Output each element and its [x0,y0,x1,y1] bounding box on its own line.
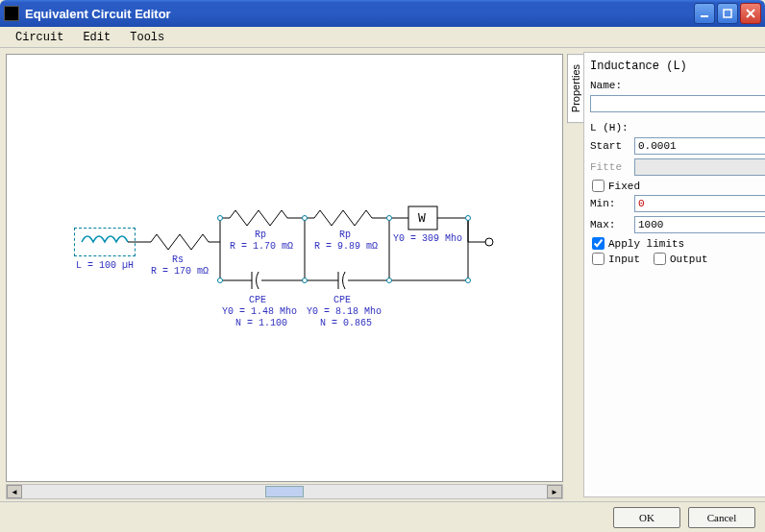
properties-sidebar: Properties Inductance (L) ⊟ Name: L (H):… [567,48,765,501]
fitte-label: Fitte [590,161,630,173]
max-label: Max: [590,219,630,230]
node[interactable] [386,215,392,221]
start-label: Start [590,140,630,152]
menu-tools[interactable]: Tools [120,29,174,46]
output-label: Output [670,254,708,265]
svg-rect-1 [724,10,731,17]
input-checkbox[interactable] [592,253,605,265]
min-label: Min: [590,198,630,209]
max-input[interactable] [634,216,765,233]
node[interactable] [302,278,308,283]
canvas-wrap: L = 100 µH Rs R = 170 mΩ Rp R = 1.70 mΩ … [0,48,567,501]
workarea: L = 100 µH Rs R = 170 mΩ Rp R = 1.70 mΩ … [0,48,765,501]
label-CPE1-n: N = 1.100 [235,318,287,328]
name-label: Name: [590,80,622,91]
name-Rp2: Rp [339,230,351,240]
tab-properties[interactable]: Properties [567,54,583,123]
fixed-label: Fixed [608,181,640,192]
apply-limits-checkbox[interactable] [592,237,605,250]
window-controls [694,3,761,24]
node[interactable] [465,215,471,221]
name-Rs: Rs [172,254,184,265]
svg-point-28 [485,238,493,246]
scroll-right-icon[interactable]: ► [547,485,562,498]
name-W: W [418,211,426,226]
node[interactable] [302,215,308,221]
scroll-thumb[interactable] [265,486,304,497]
node[interactable] [386,278,392,283]
node[interactable] [217,215,223,221]
name-CPE1: CPE [249,295,266,305]
label-W: Y0 = 309 Mho [393,233,462,244]
node[interactable] [217,278,223,283]
menu-edit[interactable]: Edit [73,29,120,46]
maximize-button[interactable] [717,3,738,24]
min-input[interactable] [634,195,765,212]
node[interactable] [465,278,471,283]
cancel-button[interactable]: Cancel [688,507,755,528]
input-label: Input [608,254,640,265]
label-CPE2-n: N = 0.865 [320,318,372,328]
scroll-left-icon[interactable]: ◄ [7,485,22,498]
window-title: Equivalent Circuit Editor [25,7,694,21]
name-CPE2: CPE [333,295,351,305]
ok-button[interactable]: OK [613,507,680,528]
properties-panel: Inductance (L) ⊟ Name: L (H): Start Fitt… [583,52,765,497]
menu-circuit[interactable]: Circuit [6,29,73,46]
selection-box [74,228,136,256]
lh-label: L (H): [590,122,629,133]
minimize-button[interactable] [694,3,715,24]
close-button[interactable] [740,3,761,24]
app-icon [4,6,19,21]
horizontal-scrollbar[interactable]: ◄ ► [6,484,563,499]
fitte-input [634,158,765,176]
output-checkbox[interactable] [654,253,666,265]
sidebar-tabs: Properties [567,48,583,501]
name-input[interactable] [590,95,765,112]
label-Rp2: R = 9.89 mΩ [314,241,378,252]
fixed-checkbox[interactable] [592,180,605,192]
menubar: Circuit Edit Tools [0,27,765,48]
label-L: L = 100 µH [76,260,134,271]
label-CPE2-y: Y0 = 8.18 Mho [307,306,382,317]
label-CPE1-y: Y0 = 1.48 Mho [222,306,297,317]
titlebar: Equivalent Circuit Editor [0,0,765,27]
panel-title: Inductance (L) [590,60,687,73]
button-bar: OK Cancel [0,501,765,532]
circuit-canvas[interactable]: L = 100 µH Rs R = 170 mΩ Rp R = 1.70 mΩ … [6,54,563,482]
name-Rp1: Rp [255,230,266,240]
apply-limits-label: Apply limits [608,238,684,250]
label-Rs: R = 170 mΩ [151,266,209,277]
start-input[interactable] [634,137,765,155]
label-Rp1: R = 1.70 mΩ [230,241,293,252]
